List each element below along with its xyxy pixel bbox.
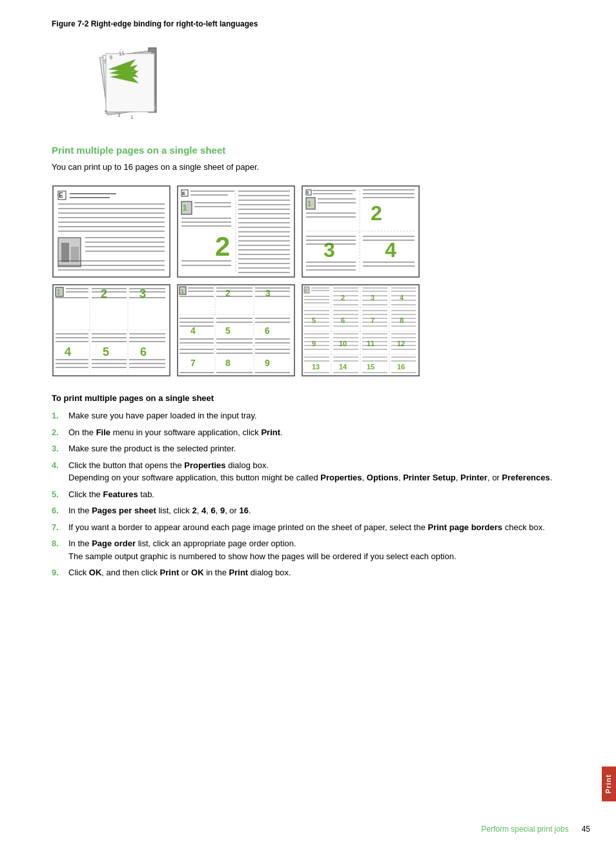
svg-rect-26 xyxy=(61,243,69,262)
step-2: 2. On the File menu in your software app… xyxy=(52,426,564,439)
step-num-9: 9. xyxy=(52,566,63,579)
svg-text:1: 1 xyxy=(183,203,187,212)
step-text-8: In the Page order list, click an appropr… xyxy=(68,537,457,562)
svg-text:13: 13 xyxy=(312,363,320,371)
svg-text:E: E xyxy=(307,190,309,194)
figure-container: 7 9 11 5 3 1 xyxy=(52,35,564,125)
svg-text:1: 1 xyxy=(181,288,184,294)
pages-row-1: E xyxy=(52,185,564,278)
instructions-heading: To print multiple pages on a single shee… xyxy=(52,393,564,403)
svg-text:5: 5 xyxy=(312,316,316,324)
step-num-5: 5. xyxy=(52,488,63,501)
svg-text:1: 1 xyxy=(57,289,61,296)
svg-text:11: 11 xyxy=(118,50,125,57)
svg-text:6: 6 xyxy=(140,345,147,358)
svg-text:2: 2 xyxy=(215,231,230,262)
svg-text:2: 2 xyxy=(101,287,107,300)
svg-text:7: 7 xyxy=(190,358,196,368)
layout-16up: 1 2 3 4 xyxy=(301,283,420,377)
pages-row-2: 1 2 3 4 xyxy=(52,283,564,377)
svg-text:16: 16 xyxy=(397,363,405,371)
step-num-1: 1. xyxy=(52,409,63,422)
step-8: 8. In the Page order list, click an appr… xyxy=(52,537,564,562)
figure-caption: Figure 7-2 Right-edge binding for right-… xyxy=(52,19,564,28)
footer-link: Perform special print jobs xyxy=(481,825,568,834)
svg-text:4: 4 xyxy=(385,238,396,262)
svg-text:E: E xyxy=(59,192,63,199)
step-1: 1. Make sure you have paper loaded in th… xyxy=(52,409,564,422)
step-4: 4. Click the button that opens the Prope… xyxy=(52,459,564,484)
step-5: 5. Click the Features tab. xyxy=(52,488,564,501)
svg-rect-99 xyxy=(53,285,170,376)
svg-text:1: 1 xyxy=(307,200,311,207)
svg-text:9: 9 xyxy=(265,358,270,368)
step-text-9: Click OK, and then click Print or OK in … xyxy=(68,566,291,579)
section-heading: Print multiple pages on a single sheet xyxy=(52,145,564,156)
svg-text:15: 15 xyxy=(367,363,375,371)
svg-text:5: 5 xyxy=(105,109,108,115)
pages-grid: E xyxy=(52,185,564,377)
svg-text:2: 2 xyxy=(371,201,382,225)
svg-rect-27 xyxy=(71,247,79,262)
layout-2up: E 1 2 xyxy=(176,185,296,278)
step-text-5: Click the Features tab. xyxy=(68,488,154,501)
svg-text:3: 3 xyxy=(323,238,335,262)
step-text-3: Make sure the product is the selected pr… xyxy=(68,442,236,455)
layout-4up: E 1 2 3 xyxy=(301,185,420,278)
svg-text:10: 10 xyxy=(339,340,347,347)
layout-1up: E xyxy=(52,185,171,278)
page-footer: Perform special print jobs 45 xyxy=(52,825,590,834)
step-num-7: 7. xyxy=(52,521,63,534)
svg-text:6: 6 xyxy=(341,316,345,324)
svg-text:2: 2 xyxy=(225,288,231,298)
step-num-4: 4. xyxy=(52,459,63,484)
svg-text:4: 4 xyxy=(190,325,196,336)
book-illustration: 7 9 11 5 3 1 xyxy=(90,35,181,125)
svg-text:3: 3 xyxy=(118,112,121,118)
step-num-3: 3. xyxy=(52,442,63,455)
layout-9up: 1 2 3 4 xyxy=(176,283,296,377)
step-text-6: In the Pages per sheet list, click 2, 4,… xyxy=(68,504,251,517)
step-text-2: On the File menu in your software applic… xyxy=(68,426,283,439)
svg-text:14: 14 xyxy=(339,363,347,371)
svg-text:6: 6 xyxy=(265,325,270,336)
svg-text:12: 12 xyxy=(397,340,405,347)
svg-text:1: 1 xyxy=(130,114,134,120)
instruction-list: 1. Make sure you have paper loaded in th… xyxy=(52,409,564,579)
svg-text:4: 4 xyxy=(65,345,71,358)
svg-text:E: E xyxy=(182,190,186,196)
svg-text:8: 8 xyxy=(400,316,404,324)
svg-text:5: 5 xyxy=(225,325,231,336)
step-text-7: If you want a border to appear around ea… xyxy=(68,521,545,534)
step-6: 6. In the Pages per sheet list, click 2,… xyxy=(52,504,564,517)
step-7: 7. If you want a border to appear around… xyxy=(52,521,564,534)
svg-text:9: 9 xyxy=(312,340,316,347)
svg-text:7: 7 xyxy=(371,316,375,324)
intro-text: You can print up to 16 pages on a single… xyxy=(52,162,564,172)
step-num-8: 8. xyxy=(52,537,63,562)
svg-text:3: 3 xyxy=(139,287,146,300)
step-text-1: Make sure you have paper loaded in the i… xyxy=(68,409,257,422)
layout-6up: 1 2 3 4 xyxy=(52,283,171,377)
step-text-4: Click the button that opens the Properti… xyxy=(68,459,552,484)
svg-text:5: 5 xyxy=(103,345,109,358)
step-num-6: 6. xyxy=(52,504,63,517)
step-9: 9. Click OK, and then click Print or OK … xyxy=(52,566,564,579)
svg-rect-70 xyxy=(302,186,419,277)
svg-text:8: 8 xyxy=(225,358,231,368)
svg-text:3: 3 xyxy=(265,288,271,298)
footer-page-num: 45 xyxy=(582,825,590,834)
svg-text:11: 11 xyxy=(367,340,375,347)
step-3: 3. Make sure the product is the selected… xyxy=(52,442,564,455)
sidebar-tab: Print xyxy=(602,766,616,801)
step-num-2: 2. xyxy=(52,426,63,439)
